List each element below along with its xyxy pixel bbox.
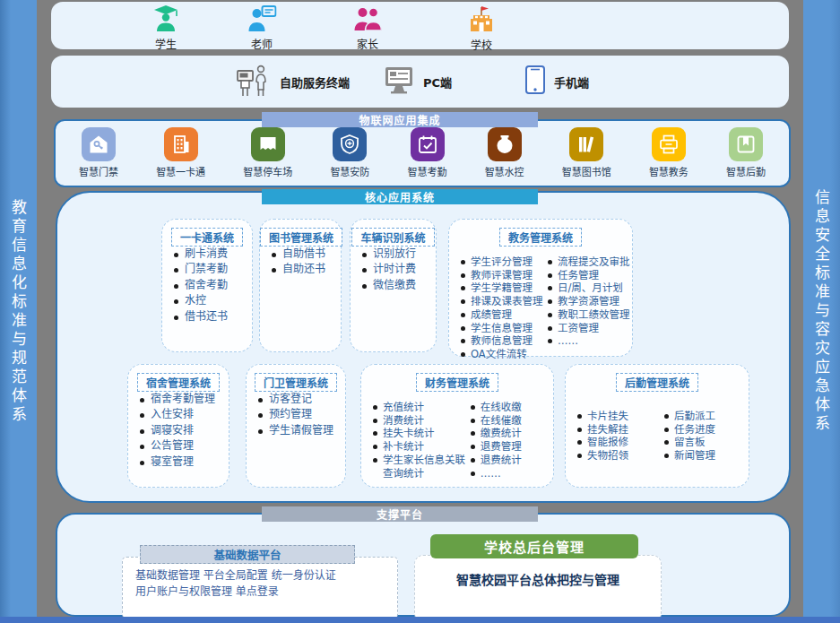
left-standards-label: 教育信息化标准与规范体系	[7, 199, 30, 425]
base-data-platform-pill: 基础数据平台	[140, 545, 355, 564]
box-title: 门卫管理系统	[255, 373, 337, 392]
list-item: 任务进度	[663, 423, 747, 437]
iot-label: 智慧教务	[649, 164, 688, 178]
iot-item-parking: 智慧停车场	[243, 127, 292, 178]
list-item: 学生评分管理	[460, 255, 543, 269]
list-item: 流程提交及审批	[547, 255, 630, 269]
list-item: 在线收缴	[470, 401, 551, 414]
student-icon	[152, 5, 179, 35]
list-item: 刷卡消费	[173, 247, 248, 262]
list-item: 公告管理	[139, 438, 225, 454]
list-item: 识别放行	[361, 247, 432, 262]
box-item-list: 后勤派工任务进度留言板新闻管理	[660, 410, 747, 463]
support-panel: 基础数据平台 基础数据管理 平台全局配置 统一身份认证 用户账户与权限管理 单点…	[56, 513, 791, 617]
box-columns: 卡片挂失挂失解挂智能报修失物招领 后勤派工任务进度留言板新闻管理	[566, 410, 749, 463]
academic-printer-icon	[652, 127, 686, 161]
list-item: ……	[470, 467, 551, 480]
terminal-label: 自助服务终端	[280, 74, 350, 91]
box-title: 宿舍管理系统	[137, 373, 220, 392]
onecard-system-box: 一卡通系统 刷卡消费门禁考勤宿舍考勤水控借书还书	[161, 219, 253, 352]
iot-label: 智慧一卡通	[156, 164, 205, 178]
list-item: 教师信息管理	[460, 334, 543, 348]
terminal-item-pc: PC端	[383, 65, 452, 98]
security-shield-icon	[333, 127, 367, 161]
iot-item-security: 智慧安防	[330, 127, 369, 178]
terminal-item-kiosk: 自助服务终端	[236, 62, 350, 101]
core-systems-panel: 一卡通系统 刷卡消费门禁考勤宿舍考勤水控借书还书 图书管理系统 自助借书自助还书…	[56, 191, 791, 503]
list-item: 退费管理	[470, 440, 551, 454]
gate-system-box: 门卫管理系统 访客登记预约管理学生请假管理	[246, 364, 346, 488]
iot-item-academic: 智慧教务	[649, 127, 688, 178]
list-item: 入住安排	[139, 407, 225, 422]
pc-icon	[383, 65, 415, 98]
core-systems-band: 核心应用系统	[262, 189, 538, 204]
list-item: 学生学籍管理	[460, 281, 543, 295]
user-label: 学校	[471, 37, 492, 52]
list-item: 计时计费	[361, 262, 432, 277]
list-item: 在线催缴	[470, 414, 551, 428]
list-item: 自助还书	[271, 262, 337, 277]
finance-system-box: 财务管理系统 充值统计消费统计挂失卡统计补卡统计学生家长信息关联查询统计 在线收…	[360, 364, 554, 488]
box-title: 教务管理系统	[499, 228, 582, 247]
school-admin-pill: 学校总后台管理	[430, 534, 638, 558]
iot-row: 智慧门禁 智慧一卡通	[56, 121, 789, 178]
list-item: 教职工绩效管理	[547, 308, 630, 322]
right-security-bar: 信息安全标准与容灾应急体系	[803, 0, 840, 623]
box-item-list: 流程提交及审批任务管理日/周、月计划教学资源管理教职工绩效管理工资管理……	[543, 255, 630, 361]
onecard-icon	[164, 127, 198, 161]
box-columns: 学生评分管理教师评课管理学生学籍管理排课及课表管理成绩管理学生信息管理教师信息管…	[449, 255, 632, 361]
school-icon	[467, 5, 496, 36]
list-item: 卡片挂失	[576, 410, 660, 423]
list-item: 失物招领	[576, 449, 660, 463]
list-item: 访客登记	[257, 392, 342, 407]
iot-panel: 智慧门禁 智慧一卡通	[54, 119, 791, 187]
box-item-list: 在线收缴在线催缴缴费统计退费管理退费统计……	[466, 401, 551, 480]
list-item: 微信缴费	[361, 278, 432, 293]
box-columns: 充值统计消费统计挂失卡统计补卡统计学生家长信息关联查询统计 在线收缴在线催缴缴费…	[361, 401, 553, 480]
iot-item-library: 智慧图书馆	[562, 127, 611, 178]
attendance-calendar-icon	[411, 127, 445, 161]
box-title: 图书管理系统	[260, 228, 342, 247]
list-item: 自助借书	[271, 247, 337, 262]
user-item-parent: 家长	[354, 5, 382, 51]
iot-label: 智慧图书馆	[562, 164, 611, 178]
logistics-system-box: 后勤管理系统 卡片挂失挂失解挂智能报修失物招领 后勤派工任务进度留言板新闻管理	[565, 364, 749, 488]
iot-item-logistics: 智慧后勤	[726, 127, 766, 178]
box-item-list: 访客登记预约管理学生请假管理	[247, 392, 345, 438]
box-title: 一卡通系统	[171, 228, 243, 247]
box-item-list: 学生评分管理教师评课管理学生学籍管理排课及课表管理成绩管理学生信息管理教师信息管…	[456, 255, 543, 361]
list-item: 缴费统计	[470, 427, 551, 440]
academic-system-box: 教务管理系统 学生评分管理教师评课管理学生学籍管理排课及课表管理成绩管理学生信息…	[448, 219, 633, 357]
list-item: 智能报修	[576, 436, 660, 449]
list-item: 消费统计	[372, 414, 466, 428]
list-item: OA文件流转	[460, 348, 543, 361]
user-item-school: 学校	[467, 5, 496, 52]
parking-icon	[251, 127, 285, 161]
kiosk-icon	[236, 62, 272, 101]
base-data-platform-box: 基础数据管理 平台全局配置 统一身份认证 用户账户与权限管理 单点登录	[122, 557, 398, 619]
list-item: 充值统计	[372, 401, 466, 414]
user-label: 家长	[357, 36, 378, 51]
list-item: 工资管理	[547, 322, 630, 335]
iot-label: 智慧后勤	[726, 164, 766, 178]
support-platform-band: 支撑平台	[262, 506, 538, 522]
dorm-system-box: 宿舍管理系统 宿舍考勤管理入住安排调寝安排公告管理寝室管理	[127, 364, 229, 488]
iot-label: 智慧水控	[485, 164, 524, 178]
iot-integration-band: 物联网应用集成	[262, 112, 538, 127]
list-item: 学生家长信息关联查询统计	[372, 454, 466, 480]
list-item: 教学资源管理	[547, 295, 630, 308]
door-access-icon	[82, 127, 116, 161]
list-item: 水控	[173, 293, 248, 308]
box-item-list: 自助借书自助还书	[260, 247, 341, 278]
terminal-label: 手机端	[554, 74, 589, 91]
box-item-list: 刷卡消费门禁考勤宿舍考勤水控借书还书	[162, 247, 252, 324]
iot-label: 智慧门禁	[79, 164, 118, 178]
teacher-icon	[247, 5, 277, 35]
box-title: 财务管理系统	[416, 373, 498, 392]
parents-icon	[354, 5, 382, 35]
iot-label: 智慧停车场	[243, 164, 292, 178]
list-item: 补卡统计	[372, 440, 466, 454]
base-platform-line: 基础数据管理 平台全局配置 统一身份认证	[135, 567, 386, 584]
vehicle-system-box: 车辆识别系统 识别放行计时计费微信缴费	[350, 219, 437, 352]
list-item: 调寝安排	[139, 423, 225, 438]
